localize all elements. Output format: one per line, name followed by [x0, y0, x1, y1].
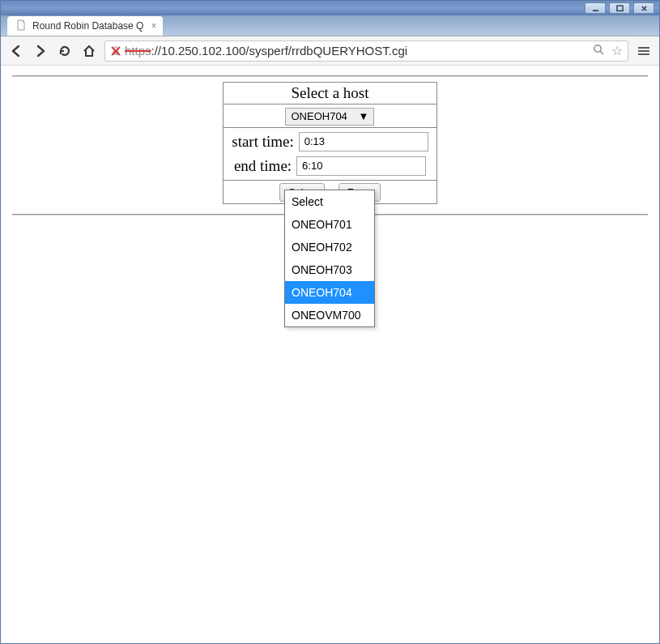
form-title: Select a host	[291, 84, 368, 101]
host-option[interactable]: ONEOH703	[285, 258, 374, 281]
divider-top	[12, 75, 648, 77]
window-minimize-button[interactable]	[585, 2, 606, 14]
browser-menu-button[interactable]	[637, 44, 651, 58]
browser-tab-strip: Round Robin Database Q ×	[1, 15, 659, 36]
host-select-dropdown[interactable]: SelectONEOH701ONEOH702ONEOH703ONEOH704ON…	[284, 190, 375, 327]
window-frame: Round Robin Database Q ×	[0, 0, 660, 644]
page-viewport: Select a host ONEOH704 ▼ start time:	[1, 66, 659, 215]
window-title-bar	[1, 1, 659, 15]
home-button[interactable]	[82, 44, 96, 58]
host-option[interactable]: ONEOH702	[285, 236, 374, 258]
svg-point-3	[594, 45, 601, 51]
svg-rect-4	[638, 47, 649, 49]
tab-close-icon[interactable]: ×	[151, 20, 156, 32]
chevron-down-icon: ▼	[359, 110, 369, 122]
browser-tab-active[interactable]: Round Robin Database Q ×	[7, 16, 163, 36]
bookmark-star-icon[interactable]: ☆	[611, 43, 623, 58]
host-form-table: Select a host ONEOH704 ▼ start time:	[223, 82, 437, 204]
start-time-label: start time:	[232, 133, 294, 151]
host-option[interactable]: ONEOVM700	[285, 304, 374, 326]
back-button[interactable]	[9, 44, 23, 58]
svg-rect-6	[638, 53, 649, 55]
host-select[interactable]: ONEOH704 ▼	[285, 108, 374, 126]
window-maximize-button[interactable]	[609, 2, 630, 14]
url-scheme-struck: https	[125, 44, 151, 58]
zoom-icon[interactable]	[593, 44, 605, 58]
svg-rect-1	[616, 6, 622, 11]
host-option[interactable]: ONEOH701	[285, 213, 374, 236]
reload-button[interactable]	[57, 44, 72, 58]
browser-toolbar: https ://10.250.102.100/sysperf/rrdbQUER…	[1, 36, 659, 66]
end-time-label: end time:	[234, 157, 292, 175]
tab-title: Round Robin Database Q	[32, 20, 143, 32]
start-time-input[interactable]	[299, 132, 428, 151]
host-select-value: ONEOH704	[291, 110, 347, 122]
page-icon	[15, 19, 27, 33]
url-path: ://10.250.102.100/sysperf/rrdbQUERYHOST.…	[151, 44, 408, 58]
host-option[interactable]: ONEOH704	[285, 281, 374, 304]
svg-rect-0	[592, 10, 598, 11]
window-close-button[interactable]	[633, 2, 654, 14]
host-option[interactable]: Select	[285, 190, 374, 213]
end-time-input[interactable]	[296, 156, 426, 176]
address-bar[interactable]: https ://10.250.102.100/sysperf/rrdbQUER…	[104, 41, 628, 62]
svg-rect-5	[638, 50, 649, 52]
ssl-warning-icon	[110, 45, 121, 57]
forward-button[interactable]	[33, 44, 48, 58]
